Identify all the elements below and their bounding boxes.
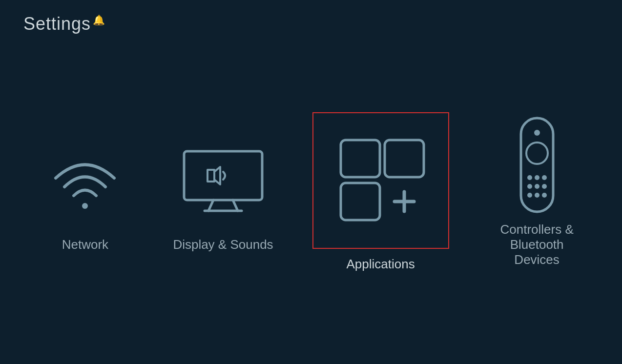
controllers-icon <box>515 114 559 217</box>
display-sounds-label: Display & Sounds <box>173 237 273 252</box>
svg-point-18 <box>542 184 547 189</box>
svg-point-14 <box>535 175 539 180</box>
svg-point-13 <box>527 175 532 180</box>
applications-icon <box>332 134 430 227</box>
controllers-icon-area <box>488 117 586 214</box>
svg-point-20 <box>535 193 539 198</box>
svg-point-16 <box>527 184 532 189</box>
svg-rect-5 <box>341 140 380 177</box>
svg-point-11 <box>526 142 548 164</box>
svg-point-12 <box>534 130 540 136</box>
settings-item-applications[interactable]: Applications <box>312 112 449 272</box>
bell-icon: 🔔 <box>93 14 105 26</box>
display-sounds-icon-area <box>174 132 272 229</box>
network-icon <box>46 142 124 220</box>
svg-point-15 <box>542 175 547 180</box>
svg-point-21 <box>542 193 547 198</box>
network-label: Network <box>62 237 108 252</box>
settings-item-controllers[interactable]: Controllers & Bluetooth Devices <box>488 117 586 267</box>
svg-line-2 <box>208 200 213 211</box>
svg-line-3 <box>233 200 238 211</box>
svg-rect-7 <box>341 183 380 220</box>
applications-label: Applications <box>347 257 415 272</box>
display-sounds-icon <box>179 146 267 215</box>
svg-rect-6 <box>385 140 424 177</box>
settings-item-display-sounds[interactable]: Display & Sounds <box>173 132 273 252</box>
svg-rect-1 <box>184 151 262 200</box>
title-text: Settings <box>23 14 91 34</box>
controllers-label: Controllers & Bluetooth Devices <box>488 222 586 267</box>
page-title: Settings🔔 <box>23 14 105 34</box>
settings-item-network[interactable]: Network <box>36 132 134 252</box>
svg-point-0 <box>82 203 88 209</box>
settings-grid: Network Display & Sounds <box>0 0 622 364</box>
svg-point-19 <box>527 193 532 198</box>
svg-point-17 <box>535 184 539 189</box>
applications-icon-area <box>312 112 449 249</box>
network-icon-area <box>36 132 134 229</box>
